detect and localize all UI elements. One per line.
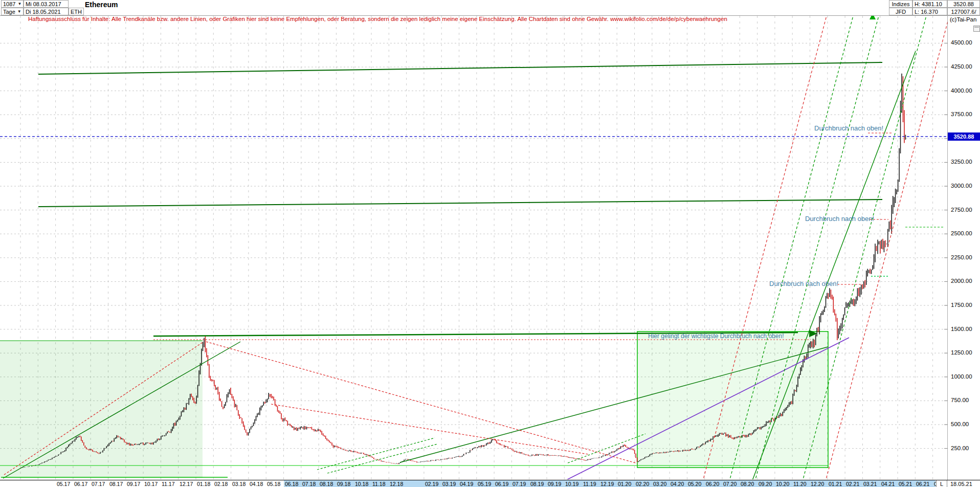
date-tick-label: 12.17 bbox=[180, 481, 193, 487]
date-tick-label: 02.21 bbox=[846, 481, 859, 487]
date-tick-label: 02.18 bbox=[214, 481, 228, 487]
date-tick-label: 07.20 bbox=[723, 481, 737, 487]
date-tick-label: 09.19 bbox=[548, 481, 561, 487]
date-tick-label: 05.21 bbox=[899, 481, 912, 487]
chart-annotation: Durchbruch nach oben! bbox=[805, 215, 874, 223]
date-tick-label: 12.18 bbox=[390, 481, 403, 487]
date-axis: L 18.05.21 05.1706.1707.1708.1709.1710.1… bbox=[0, 480, 980, 487]
date-tick-label: 12.20 bbox=[811, 481, 824, 487]
end-date-field[interactable]: Di 18.05.2021 bbox=[24, 8, 69, 15]
date-tick-label: 03.18 bbox=[232, 481, 246, 487]
trend-line bbox=[824, 21, 948, 487]
date-tick-label: 06.18 bbox=[285, 481, 298, 487]
date-tick-label: 04.20 bbox=[671, 481, 684, 487]
date-tick-label: 04.18 bbox=[250, 481, 263, 487]
copyright-label: (c)Tai-Pan bbox=[950, 16, 976, 23]
date-tick-label: 11.19 bbox=[583, 481, 596, 487]
date-tick-label: 02.19 bbox=[425, 481, 438, 487]
price-tick-label: 3750.00 bbox=[951, 111, 972, 117]
price-tick-label: 4500.00 bbox=[951, 39, 972, 46]
date-tick-label: 11.17 bbox=[162, 481, 175, 487]
date-tick-label: 11.18 bbox=[372, 481, 386, 487]
date-tick-label: 05.18 bbox=[267, 481, 280, 487]
date-tick-label: 03.19 bbox=[442, 481, 456, 487]
trend-line bbox=[206, 342, 637, 463]
price-tick-label: 500.00 bbox=[951, 421, 969, 427]
price-tick-label: 250.00 bbox=[951, 445, 969, 451]
bars-count-value: 1087 bbox=[3, 1, 15, 7]
date-tick-label: 11.20 bbox=[793, 481, 807, 487]
date-tick-label: 10.18 bbox=[355, 481, 368, 487]
current-price-badge: 3520.88 bbox=[948, 132, 980, 141]
range-low-cell: L: 16.370 bbox=[912, 8, 947, 15]
period-dropdown[interactable]: Tage ▼ bbox=[1, 8, 24, 15]
date-tick-label: 10.19 bbox=[565, 481, 578, 487]
page-title: Ethereum bbox=[85, 1, 118, 9]
date-tick-label: 06.19 bbox=[495, 481, 508, 487]
price-tick-label: 3250.00 bbox=[951, 159, 972, 165]
chevron-down-icon: ▼ bbox=[17, 2, 21, 6]
date-tick-label: 01.18 bbox=[197, 481, 210, 487]
date-tick-label: 10.17 bbox=[144, 481, 158, 487]
date-tick-label: 06.21 bbox=[916, 481, 929, 487]
range-high-cell: H: 4381.10 bbox=[912, 0, 947, 8]
date-tick-label: 08.19 bbox=[530, 481, 544, 487]
chart-annotation: Hier gelingt der wichtigste Durchbruch n… bbox=[648, 333, 784, 340]
price-chart-canvas[interactable] bbox=[0, 0, 980, 487]
chart-header: 1087 ▼ Mi 08.03.2017 Tage ▼ Di 18.05.202… bbox=[0, 0, 980, 16]
chart-annotation: Durchbruch nach oben! bbox=[769, 280, 838, 287]
breakout-zone bbox=[637, 331, 828, 468]
provider-cell-bottom: JFD bbox=[889, 8, 912, 15]
price-tick-label: 2500.00 bbox=[951, 230, 972, 236]
chevron-down-icon: ▼ bbox=[17, 9, 21, 14]
date-tick-label: 07.19 bbox=[513, 481, 526, 487]
date-tick-label: 01.21 bbox=[829, 481, 842, 487]
date-tick-label: 01.20 bbox=[618, 481, 631, 487]
date-tick-label: 03.20 bbox=[653, 481, 666, 487]
date-tick-label: 05.17 bbox=[57, 481, 70, 487]
price-tick-label: 3000.00 bbox=[951, 183, 972, 189]
date-tick-label: 07.17 bbox=[92, 481, 105, 487]
date-tick-label: 05.19 bbox=[478, 481, 491, 487]
date-tick-label: 02.20 bbox=[636, 481, 649, 487]
restore-window-icon[interactable] bbox=[973, 26, 980, 32]
price-tick-label: 2250.00 bbox=[951, 254, 972, 260]
date-tick-label: 03.21 bbox=[863, 481, 877, 487]
date-tick-label: 05.20 bbox=[688, 481, 701, 487]
date-tick-label: 06.17 bbox=[74, 481, 87, 487]
date-tick-label: 09.17 bbox=[127, 481, 140, 487]
trend-line bbox=[801, 16, 926, 487]
bars-count-dropdown[interactable]: 1087 ▼ bbox=[1, 0, 24, 8]
volume-value-cell: 127007.6/ bbox=[947, 8, 980, 15]
date-tick-label: 12.19 bbox=[600, 481, 614, 487]
start-date-field[interactable]: Mi 08.03.2017 bbox=[24, 0, 69, 8]
price-tick-label: 1250.00 bbox=[951, 349, 972, 356]
disclaimer-text: Haftungsausschluss für Inhalte: Alle Tre… bbox=[28, 16, 727, 22]
price-tick-label: 4250.00 bbox=[951, 63, 972, 70]
last-value-cell: 3520.88 bbox=[947, 0, 980, 8]
left-support-zone bbox=[0, 341, 203, 478]
date-tick-label: 09.20 bbox=[759, 481, 772, 487]
date-tick-label: 09.18 bbox=[337, 481, 350, 487]
price-tick-label: 1500.00 bbox=[951, 326, 972, 332]
date-tick-label: 07.18 bbox=[302, 481, 316, 487]
price-tick-label: 750.00 bbox=[951, 397, 969, 403]
date-tick-label: 08.18 bbox=[320, 481, 333, 487]
trend-line bbox=[38, 62, 882, 74]
provider-cell-top: Indizes bbox=[889, 0, 912, 8]
date-tick-label: 08.20 bbox=[741, 481, 754, 487]
price-tick-label: 2750.00 bbox=[951, 207, 972, 213]
trend-line bbox=[38, 200, 882, 207]
period-value: Tage bbox=[3, 9, 15, 15]
price-tick-label: 1750.00 bbox=[951, 302, 972, 308]
symbol-field[interactable]: ETH bbox=[69, 8, 84, 15]
status-letter: L bbox=[936, 480, 947, 487]
price-axis: 3520.88 250.00500.00750.001000.001250.00… bbox=[948, 15, 980, 480]
trend-line bbox=[271, 404, 588, 454]
status-date: 18.05.21 bbox=[950, 481, 972, 487]
date-tick-label: 08.17 bbox=[109, 481, 123, 487]
date-tick-label: 04.21 bbox=[881, 481, 895, 487]
chart-annotation: Durchbruch nach oben! bbox=[814, 124, 883, 132]
price-tick-label: 1000.00 bbox=[951, 373, 972, 380]
date-tick-label: 06.20 bbox=[706, 481, 719, 487]
